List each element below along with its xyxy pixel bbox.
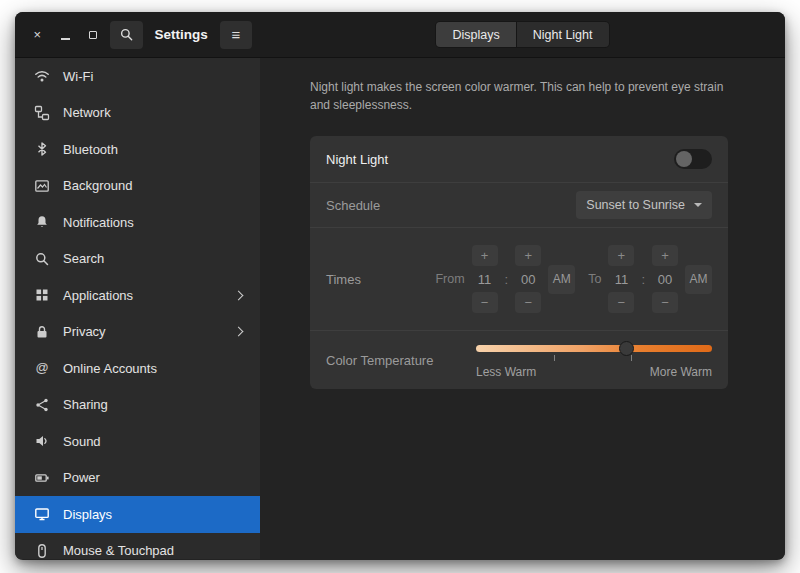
speaker-icon [34,433,50,449]
headerbar-right: Displays Night Light [260,12,785,57]
night-light-row: Night Light [310,136,728,182]
less-warm-label: Less Warm [476,365,536,379]
sidebar-item-background[interactable]: Background [15,168,260,205]
to-minute-spinner: + 00 − [652,245,678,313]
share-icon [34,397,50,413]
sidebar-item-mouse-touchpad[interactable]: Mouse & Touchpad [15,533,260,560]
chevron-right-icon [234,290,244,300]
sidebar-item-applications[interactable]: Applications [15,277,260,314]
slider-track[interactable] [476,345,712,352]
sidebar-item-search[interactable]: Search [15,241,260,278]
to-hour-value[interactable]: 11 [615,270,629,288]
sidebar-item-label: Mouse & Touchpad [63,543,174,558]
sidebar-item-label: Privacy [63,324,106,339]
sidebar-item-label: Background [63,178,132,193]
schedule-dropdown[interactable]: Sunset to Sunrise [576,191,712,219]
toggle-knob [676,151,692,167]
app-grid-icon [34,287,50,303]
sidebar-item-label: Wi-Fi [63,69,93,84]
headerbar: × Settings ≡ Displays Night Light [15,12,785,58]
night-light-panel: Night light makes the screen color warme… [260,58,785,559]
slider-handle[interactable] [619,341,634,356]
from-hour-decrement-button[interactable]: − [472,292,498,313]
night-light-toggle[interactable] [674,149,712,169]
headerbar-left: × Settings ≡ [15,12,260,57]
color-temperature-slider[interactable] [476,341,712,356]
schedule-label: Schedule [326,198,380,213]
to-hour-decrement-button[interactable]: − [608,292,634,313]
sidebar-item-label: Notifications [63,215,134,230]
search-icon [119,27,134,42]
sidebar-item-sound[interactable]: Sound [15,423,260,460]
from-hour-spinner: + 11 − [472,245,498,313]
maximize-button[interactable] [83,24,104,46]
from-minute-value[interactable]: 00 [521,270,535,288]
to-minute-increment-button[interactable]: + [652,245,678,266]
night-light-card: Night Light Schedule Sunset to Sunrise [310,136,728,389]
color-temperature-label: Color Temperature [326,353,433,368]
chevron-right-icon [234,327,244,337]
minimize-icon [61,38,70,40]
from-hour-increment-button[interactable]: + [472,245,498,266]
to-hour-increment-button[interactable]: + [608,245,634,266]
to-minute-decrement-button[interactable]: − [652,292,678,313]
more-warm-label: More Warm [650,365,712,379]
slider-tick [631,355,632,361]
sidebar-item-label: Bluetooth [63,142,118,157]
time-separator: : [505,272,509,287]
settings-window: × Settings ≡ Displays Night Light [15,12,785,560]
times-row: Times From + 11 − : + 00 − [310,228,728,330]
close-icon: × [34,27,42,42]
menu-button[interactable]: ≡ [220,21,252,49]
sidebar-item-label: Search [63,251,104,266]
slider-labels: Less Warm More Warm [476,365,712,379]
times-controls: From + 11 − : + 00 − AM To [435,245,712,313]
from-hour-value[interactable]: 11 [478,270,492,288]
sidebar-item-online-accounts[interactable]: @ Online Accounts [15,350,260,387]
mouse-icon [34,543,50,559]
at-icon: @ [34,360,50,376]
sidebar-item-notifications[interactable]: Notifications [15,204,260,241]
view-switcher: Displays Night Light [435,21,609,48]
sidebar-item-privacy[interactable]: Privacy [15,314,260,351]
window-title: Settings [155,27,208,42]
dropdown-arrow-icon [694,203,702,207]
sidebar-item-network[interactable]: Network [15,95,260,132]
network-icon [34,105,50,121]
sidebar-item-displays[interactable]: Displays [15,496,260,533]
sidebar-item-label: Sound [63,434,101,449]
to-label: To [588,272,601,286]
from-minute-spinner: + 00 − [515,245,541,313]
from-minute-decrement-button[interactable]: − [515,292,541,313]
minimize-button[interactable] [55,24,76,46]
from-minute-increment-button[interactable]: + [515,245,541,266]
wifi-icon [34,68,50,84]
bell-icon [34,214,50,230]
sidebar-item-wifi[interactable]: Wi-Fi [15,58,260,95]
sidebar-item-label: Displays [63,507,112,522]
times-label: Times [326,272,361,287]
app-body: Wi-Fi Network Bluetooth Background Notif… [15,58,785,559]
sidebar-item-bluetooth[interactable]: Bluetooth [15,131,260,168]
maximize-icon [89,31,97,39]
sidebar-item-sharing[interactable]: Sharing [15,387,260,424]
tab-night-light[interactable]: Night Light [516,22,609,47]
to-minute-value[interactable]: 00 [658,270,672,288]
tab-displays[interactable]: Displays [436,22,515,47]
from-am-pm-button[interactable]: AM [548,265,575,294]
background-icon [34,178,50,194]
battery-icon [34,470,50,486]
to-hour-spinner: + 11 − [608,245,634,313]
close-button[interactable]: × [27,24,48,46]
sidebar-item-label: Online Accounts [63,361,157,376]
to-am-pm-button[interactable]: AM [685,265,712,294]
sidebar-item-label: Power [63,470,100,485]
search-icon [34,251,50,267]
color-temperature-row: Color Temperature Less Warm More Warm [310,331,728,389]
night-light-label: Night Light [326,152,388,167]
sidebar-item-power[interactable]: Power [15,460,260,497]
search-button[interactable] [110,21,142,49]
time-separator: : [641,272,645,287]
sidebar: Wi-Fi Network Bluetooth Background Notif… [15,58,260,559]
svg-text:@: @ [35,360,48,375]
